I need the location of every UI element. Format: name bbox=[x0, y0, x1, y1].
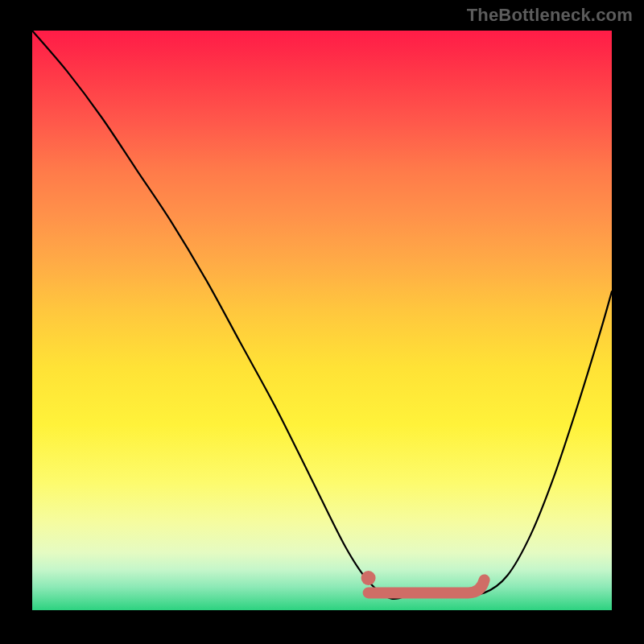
trough-highlight bbox=[369, 580, 485, 592]
trough-dot bbox=[361, 571, 376, 585]
chart-frame: TheBottleneck.com bbox=[0, 0, 644, 644]
plot-area bbox=[32, 31, 612, 610]
watermark-url: TheBottleneck.com bbox=[467, 5, 633, 26]
bottleneck-curve bbox=[32, 31, 612, 599]
chart-svg bbox=[32, 31, 612, 610]
